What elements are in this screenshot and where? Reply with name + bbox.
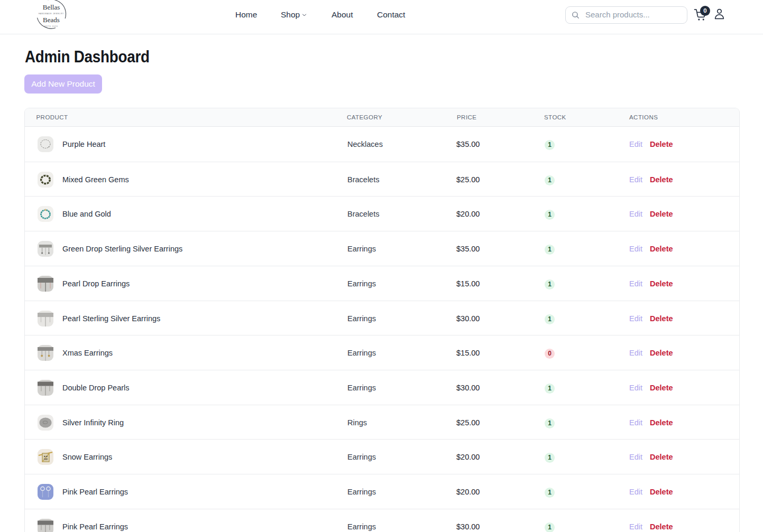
svg-text:ESTD 2020: ESTD 2020 (44, 25, 58, 27)
svg-text:Beads: Beads (43, 16, 60, 24)
svg-text:Bellas: Bellas (43, 3, 60, 11)
svg-text:HANDMADE JEWELRY: HANDMADE JEWELRY (39, 13, 64, 15)
